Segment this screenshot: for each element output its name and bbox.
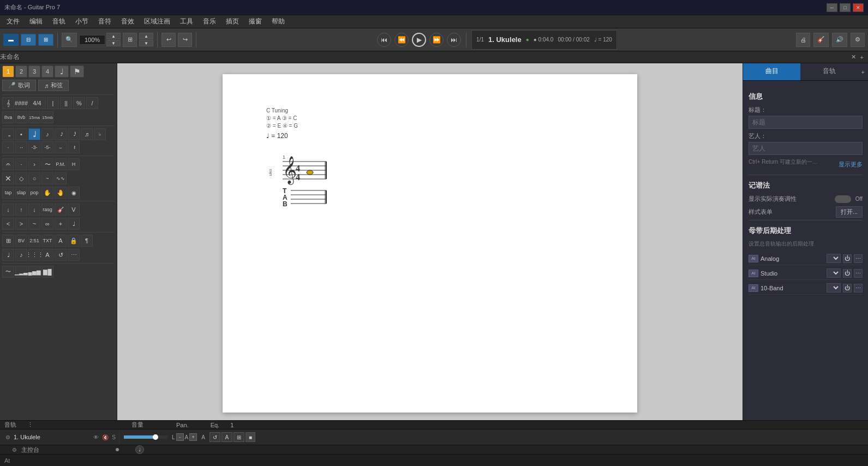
note-32nd[interactable]: 𝅘𝅥𝅰	[68, 128, 80, 140]
prev-button[interactable]: ⏪	[394, 33, 409, 47]
tool-15ma[interactable]: 15ma	[28, 111, 40, 123]
note-128th[interactable]: ♭	[94, 128, 106, 140]
settings-button[interactable]: ⚙	[851, 33, 865, 47]
menu-music[interactable]: 音乐	[199, 16, 220, 27]
tool-hand1[interactable]: ✋	[41, 187, 53, 199]
menu-track[interactable]: 音轨	[48, 16, 70, 27]
menu-insert[interactable]: 插页	[222, 16, 243, 27]
tool-lt[interactable]: <	[2, 218, 14, 230]
tool-slap2[interactable]: slap	[15, 187, 27, 199]
grid-down-button[interactable]: ▼	[139, 40, 153, 46]
effect-select-studio[interactable]	[827, 268, 841, 278]
tool-timesig[interactable]: 4/4	[28, 97, 46, 109]
print-button[interactable]: 🖨	[796, 33, 810, 47]
metronome-button[interactable]: ♩	[135, 445, 144, 454]
track-settings-icon[interactable]: ⚙	[5, 434, 10, 440]
tool-note-small[interactable]: ♩	[68, 218, 80, 230]
tool-audio-a[interactable]: A	[41, 249, 53, 261]
tool-251[interactable]: 2:51	[28, 235, 40, 247]
tool-slap1[interactable]: tap	[2, 187, 14, 199]
effect-select-10band[interactable]	[827, 283, 841, 292]
tool-bar[interactable]: |	[47, 97, 59, 109]
zoom-down-button[interactable]: ▼	[106, 40, 121, 46]
menu-file[interactable]: 文件	[2, 16, 24, 27]
track-eq-bars[interactable]: ⊞	[234, 432, 244, 442]
tool-audio-loop[interactable]: ↺	[55, 249, 67, 261]
play-button[interactable]: ▶	[412, 33, 426, 47]
eq-btn[interactable]: A	[201, 434, 205, 440]
tab-track[interactable]: 音轨	[800, 63, 858, 80]
view-btn-multi[interactable]: ⊟	[21, 34, 36, 46]
title-input[interactable]	[749, 116, 863, 129]
skip-back-button[interactable]: ⏮	[377, 33, 391, 47]
tool-accent[interactable]: ›	[28, 158, 40, 170]
menu-measure[interactable]: 小节	[71, 16, 93, 27]
tool-tilde[interactable]: ~	[28, 218, 40, 230]
track-tab-1[interactable]: 1	[2, 65, 14, 77]
tool-circle[interactable]: ○	[28, 172, 40, 184]
menu-region[interactable]: 区域注画	[140, 16, 175, 27]
tool-para[interactable]: ¶	[81, 235, 93, 247]
tool-ring[interactable]: ◉	[68, 187, 80, 199]
menu-effect[interactable]: 音效	[117, 16, 139, 27]
tool-bar-chart-3[interactable]: ▇█	[41, 266, 53, 278]
note-dot[interactable]: •	[15, 128, 27, 140]
tool-down-arrow[interactable]: ↓	[2, 204, 14, 216]
close-button[interactable]: ✕	[853, 3, 864, 12]
tool-add[interactable]: +	[55, 218, 67, 230]
note-quarter[interactable]: ♩	[28, 128, 40, 140]
tool-15mb[interactable]: 15mb	[41, 111, 53, 123]
tool-capo[interactable]: 🎸	[55, 204, 67, 216]
tool-txt[interactable]: TXT	[41, 235, 53, 247]
effect-select-analog[interactable]	[827, 254, 841, 263]
effect-power-analog[interactable]: ⏻	[843, 254, 852, 263]
track-stop-button[interactable]: ■	[246, 432, 255, 442]
tool-audio-note1[interactable]: ♩	[2, 249, 14, 261]
tool-repeat[interactable]: ||	[60, 97, 72, 109]
tool-special1[interactable]: %	[73, 97, 85, 109]
audio-button[interactable]: 🔊	[832, 33, 847, 47]
tool-key[interactable]: 𝄞	[2, 97, 14, 109]
track-solo-icon[interactable]: S	[112, 434, 116, 440]
tool-special2[interactable]: /	[86, 97, 98, 109]
tool-up-arrow[interactable]: ↑	[15, 204, 27, 216]
note-64th[interactable]: ♬	[81, 128, 93, 140]
show-more-button[interactable]: 显示更多	[839, 160, 863, 169]
menu-edit[interactable]: 编辑	[25, 16, 47, 27]
note-whole[interactable]: 𝅝	[2, 128, 14, 140]
skip-fwd-button[interactable]: ⏭	[447, 33, 461, 47]
grid-toggle-button[interactable]: ⊞	[123, 33, 137, 47]
view-btn-tab[interactable]: ⊞	[38, 34, 53, 46]
menu-note[interactable]: 音符	[94, 16, 116, 27]
volume-slider[interactable]	[124, 435, 167, 439]
undo-button[interactable]: ↩	[161, 33, 176, 47]
tool-bar-chart-2[interactable]: ▄▅▆	[28, 266, 40, 278]
add-panel-button[interactable]: +	[858, 63, 868, 80]
lyrics-button[interactable]: 🎤 歌词	[2, 80, 36, 91]
tie[interactable]: ⌣	[55, 141, 67, 153]
tool-harm[interactable]: H	[68, 158, 80, 170]
view-btn-score[interactable]: ▬	[3, 34, 19, 46]
tool-pm[interactable]: P.M.	[55, 158, 67, 170]
tool-diamond[interactable]: ◇	[15, 172, 27, 184]
track-tab-flag[interactable]: ⚑	[70, 65, 84, 77]
tool-rasg[interactable]: rasg	[41, 204, 53, 216]
tuplet-3[interactable]: -3-	[28, 141, 40, 153]
toggle-switch[interactable]	[835, 195, 851, 203]
tool-sharps[interactable]: ####	[15, 97, 27, 109]
effect-more-analog[interactable]: ⋯	[854, 254, 863, 263]
tool-wave2[interactable]: 〜	[2, 266, 14, 278]
tool-gt[interactable]: >	[15, 218, 27, 230]
tool-bv[interactable]: BV	[15, 235, 27, 247]
pan-minus[interactable]: -	[176, 433, 184, 441]
tool-v[interactable]: V	[68, 204, 80, 216]
zoom-search-icon[interactable]: 🔍	[62, 33, 77, 47]
effect-more-10band[interactable]: ⋯	[854, 284, 863, 292]
tab-song[interactable]: 曲目	[743, 63, 800, 80]
tool-pop[interactable]: pop	[28, 187, 40, 199]
track-tab-staff[interactable]: ♩	[55, 65, 69, 77]
track-tab-2[interactable]: 2	[15, 65, 27, 77]
tool-audio-bar[interactable]: ⋮⋮⋮	[28, 249, 40, 261]
effect-more-studio[interactable]: ⋯	[854, 269, 863, 278]
zoom-up-button[interactable]: ▲	[106, 33, 121, 39]
